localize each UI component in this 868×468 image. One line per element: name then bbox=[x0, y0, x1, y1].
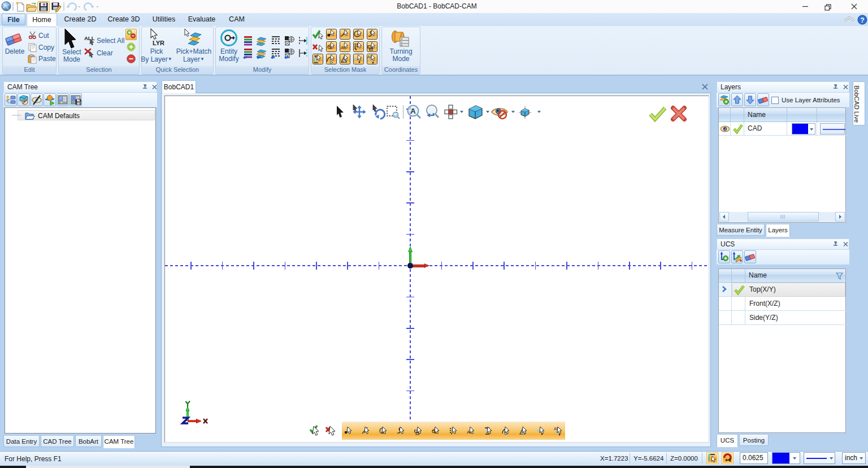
svg-text:LYR: LYR bbox=[153, 40, 164, 46]
svg-text:ALL: ALL bbox=[84, 35, 95, 41]
svg-text:A: A bbox=[410, 107, 416, 115]
svg-text:?: ? bbox=[860, 16, 864, 24]
